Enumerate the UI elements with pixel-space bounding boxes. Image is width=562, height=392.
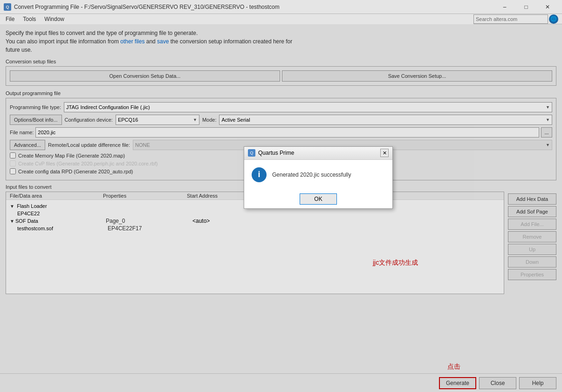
modal-info-icon: i xyxy=(252,167,267,182)
modal-footer: OK xyxy=(244,190,392,208)
modal-title: Quartus Prime xyxy=(258,150,380,156)
modal-overlay: Q Quartus Prime ✕ i Generated 2020.jic s… xyxy=(0,0,562,392)
modal-titlebar: Q Quartus Prime ✕ xyxy=(244,147,392,160)
modal-body: i Generated 2020.jic successfully xyxy=(244,160,392,190)
modal-ok-button[interactable]: OK xyxy=(300,193,337,205)
modal-message: Generated 2020.jic successfully xyxy=(272,172,351,178)
modal-close-button[interactable]: ✕ xyxy=(380,149,389,157)
modal-icon: Q xyxy=(248,149,255,157)
modal-dialog: Q Quartus Prime ✕ i Generated 2020.jic s… xyxy=(244,146,393,209)
